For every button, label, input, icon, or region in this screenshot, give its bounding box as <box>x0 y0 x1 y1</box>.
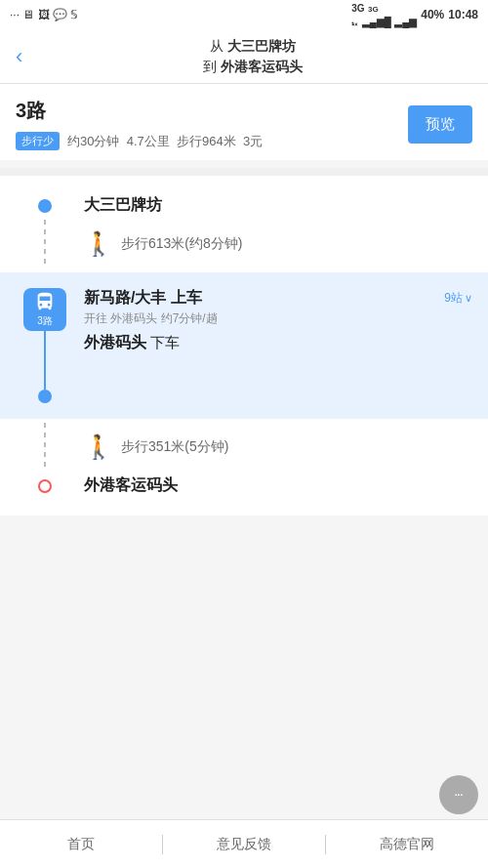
destination-name: 外港客运码头 <box>84 476 178 493</box>
bus-route-info: 开往 外港码头 约7分钟/趟 <box>84 310 472 327</box>
bus-end-dot-row <box>0 390 488 409</box>
nav-feedback[interactable]: 意见反馈 <box>163 836 325 853</box>
destination-dot <box>38 479 52 493</box>
bus-end-dot <box>38 390 52 403</box>
bus-section: 3路 新马路/大丰 上车 9站 ∨ 开往 外港码头 约7分钟/趟 <box>0 272 488 419</box>
origin-name: 大三巴牌坊 <box>84 196 162 213</box>
route-steps: 大三巴牌坊 🚶 步行613米(约8分钟) 3路 <box>0 176 488 516</box>
bus-solid-line <box>44 331 46 390</box>
route-badge: 步行少 <box>16 132 60 150</box>
bus-alight-station: 外港码头 下车 <box>84 333 472 353</box>
bus-board-action: 上车 <box>171 289 202 306</box>
nav-amap[interactable]: 高德官网 <box>326 836 488 853</box>
walk-desc-1: 步行613米(约8分钟) <box>121 235 242 253</box>
bus-icon: 3路 <box>23 288 66 331</box>
status-left: ··· 🖥 🖼 💬 𝕊 <box>10 8 78 21</box>
bus-board-station: 新马路/大丰 <box>84 289 166 306</box>
preview-button[interactable]: 预览 <box>408 105 472 144</box>
walk-desc-2: 步行351米(5分钟) <box>121 438 228 456</box>
section-divider <box>0 168 488 176</box>
battery-indicator: 40% <box>421 8 444 21</box>
route-summary: 3路 步行少 约30分钟 4.7公里 步行964米 3元 预览 <box>0 84 488 160</box>
bus-stops[interactable]: 9站 ∨ <box>444 290 472 307</box>
status-right: 3G 3G₁ₓ ▂▄▆█ ▂▄▆ 40% 10:48 <box>351 1 478 28</box>
chevron-down-icon: ∨ <box>465 292 472 305</box>
walk-step-2: 🚶 步行351米(5分钟) <box>0 419 488 475</box>
header-title: 从 大三巴牌坊 到 外港客运码头 <box>32 36 472 77</box>
header-from: 从 大三巴牌坊 <box>32 36 472 57</box>
network-indicator: 3G 3G₁ₓ ▂▄▆█ ▂▄▆ <box>351 1 417 28</box>
back-button[interactable]: ‹ <box>16 44 22 69</box>
watermark: ··· <box>439 775 478 814</box>
bus-board: 3路 新马路/大丰 上车 9站 ∨ 开往 外港码头 约7分钟/趟 <box>0 282 488 390</box>
clock: 10:48 <box>448 8 478 21</box>
nav-home[interactable]: 首页 <box>0 836 162 853</box>
route-info: 约30分钟 4.7公里 步行964米 3元 <box>67 133 408 150</box>
status-bar: ··· 🖥 🖼 💬 𝕊 3G 3G₁ₓ ▂▄▆█ ▂▄▆ 40% 10:48 <box>0 0 488 29</box>
header: ‹ 从 大三巴牌坊 到 外港客运码头 <box>0 29 488 84</box>
walk-icon-2: 🚶 <box>84 434 113 461</box>
route-name: 3路 <box>16 98 408 124</box>
bus-line-label: 3路 <box>37 314 53 328</box>
walk-icon-1: 🚶 <box>84 230 113 258</box>
bottom-nav: 首页 意见反馈 高德官网 <box>0 819 488 868</box>
header-to: 到 外港客运码头 <box>32 57 472 77</box>
step-origin: 大三巴牌坊 <box>0 186 488 216</box>
watermark-text: ··· <box>455 790 463 801</box>
walk-step-1: 🚶 步行613米(约8分钟) <box>0 216 488 272</box>
status-icons: ··· 🖥 🖼 💬 𝕊 <box>10 8 78 21</box>
origin-dot <box>38 199 52 213</box>
step-destination: 外港客运码头 <box>0 475 488 506</box>
